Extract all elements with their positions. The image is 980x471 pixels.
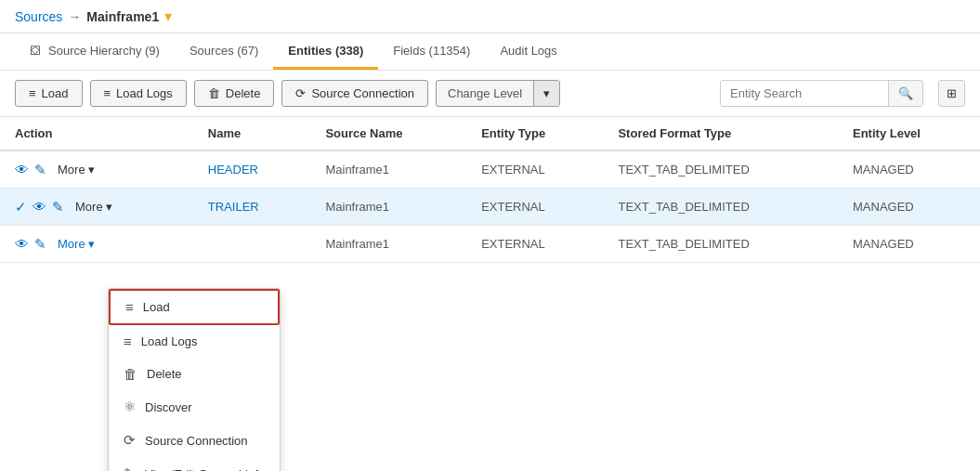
more-label-row2: More: [75, 200, 103, 214]
source-connection-button[interactable]: ⟳ Source Connection: [281, 80, 428, 107]
grid-icon: ⊞: [947, 86, 957, 100]
name-cell-3: [193, 226, 311, 263]
tab-audit-logs[interactable]: Audit Logs: [485, 34, 571, 70]
load-label: Load: [42, 86, 69, 100]
more-arrow-icon-row3: ▾: [88, 237, 95, 251]
load-icon: ≡: [29, 86, 36, 100]
view-icon-row1[interactable]: 👁: [15, 162, 29, 177]
entity-level-cell-2: MANAGED: [838, 189, 980, 226]
entity-type-cell-1: EXTERNAL: [466, 150, 603, 189]
table-row: 👁 ✎ More ▾ Mainframe1 EXTERNAL TEXT_TAB_…: [0, 226, 980, 263]
delete-icon: 🗑: [208, 86, 220, 100]
edit-icon-row2[interactable]: ✎: [52, 199, 64, 216]
tab-fields[interactable]: Fields (11354): [378, 34, 485, 70]
action-cell-1: 👁 ✎ More ▾: [0, 150, 193, 189]
tab-entities-label: Entities (338): [288, 44, 363, 58]
more-button-row3[interactable]: More ▾: [52, 235, 100, 253]
source-hierarchy-icon: ⛋: [30, 43, 43, 58]
load-button[interactable]: ≡ Load: [15, 80, 83, 107]
breadcrumb-dropdown-icon[interactable]: ▾: [164, 7, 172, 25]
breadcrumb: Sources → Mainframe1 ▾: [15, 7, 172, 25]
name-cell-2: TRAILER: [193, 189, 311, 226]
load-logs-icon: ≡: [104, 86, 111, 100]
breadcrumb-bar: Sources → Mainframe1 ▾: [0, 0, 980, 33]
source-connection-label: Source Connection: [311, 86, 414, 100]
change-level-arrow-icon[interactable]: ▾: [533, 81, 559, 106]
change-level-label: Change Level: [437, 81, 533, 106]
stored-format-cell-2: TEXT_TAB_DELIMITED: [603, 189, 838, 226]
tab-audit-logs-label: Audit Logs: [500, 44, 556, 58]
table-row: 👁 ✎ More ▾ HEADER Mainframe1 EXTERNAL TE…: [0, 150, 980, 189]
check-icon-row2: ✓: [15, 199, 27, 216]
entities-table: Action Name Source Name Entity Type Stor…: [0, 117, 980, 263]
change-level-dropdown[interactable]: Change Level ▾: [436, 80, 560, 107]
entity-name-row1[interactable]: HEADER: [208, 163, 258, 177]
grid-view-button[interactable]: ⊞: [938, 80, 965, 107]
stored-format-cell-1: TEXT_TAB_DELIMITED: [603, 150, 838, 189]
delete-button[interactable]: 🗑 Delete: [194, 80, 275, 107]
source-name-cell-2: Mainframe1: [310, 189, 466, 226]
more-label-row1: More: [58, 163, 85, 177]
col-source-name: Source Name: [310, 117, 466, 150]
table-header-row: Action Name Source Name Entity Type Stor…: [0, 117, 980, 150]
entity-level-cell-1: MANAGED: [838, 150, 980, 189]
view-icon-row2[interactable]: 👁: [33, 199, 46, 215]
view-icon-row3[interactable]: 👁: [15, 236, 29, 252]
more-label-row3: More: [58, 237, 85, 251]
action-cell-2: ✓ 👁 ✎ More ▾: [0, 189, 193, 226]
load-logs-button[interactable]: ≡ Load Logs: [90, 80, 187, 107]
breadcrumb-separator: →: [68, 9, 81, 24]
col-entity-type: Entity Type: [466, 117, 603, 150]
more-arrow-icon-row1: ▾: [88, 163, 95, 177]
entity-type-cell-2: EXTERNAL: [466, 189, 603, 226]
name-cell-1: HEADER: [193, 150, 311, 189]
tab-source-hierarchy-label: Source Hierarchy (9): [48, 44, 160, 58]
entity-search-box[interactable]: 🔍: [720, 80, 923, 107]
entities-table-container: Action Name Source Name Entity Type Stor…: [0, 117, 980, 263]
col-name: Name: [193, 117, 311, 150]
edit-icon-row1[interactable]: ✎: [34, 162, 46, 178]
more-arrow-icon-row2: ▾: [106, 200, 112, 214]
tab-sources[interactable]: Sources (67): [175, 34, 273, 70]
col-stored-format-type: Stored Format Type: [603, 117, 838, 150]
table-row: ✓ 👁 ✎ More ▾ TRAILER Mainframe1 EXTERNAL…: [0, 189, 980, 226]
entity-type-cell-3: EXTERNAL: [466, 226, 603, 263]
nav-tabs: ⛋ Source Hierarchy (9) Sources (67) Enti…: [0, 33, 980, 71]
delete-label: Delete: [226, 86, 261, 100]
tab-sources-label: Sources (67): [189, 44, 258, 58]
more-button-row1[interactable]: More ▾: [52, 161, 100, 178]
entity-name-row2[interactable]: TRAILER: [208, 200, 259, 214]
action-cell-3: 👁 ✎ More ▾: [0, 226, 193, 263]
col-entity-level: Entity Level: [838, 117, 980, 150]
stored-format-cell-3: TEXT_TAB_DELIMITED: [603, 226, 838, 263]
entity-level-cell-3: MANAGED: [838, 226, 980, 263]
edit-icon-row3[interactable]: ✎: [34, 236, 46, 253]
tab-source-hierarchy[interactable]: ⛋ Source Hierarchy (9): [15, 33, 175, 70]
tab-entities[interactable]: Entities (338): [273, 34, 378, 70]
source-connection-icon: ⟳: [295, 86, 306, 100]
load-logs-label: Load Logs: [116, 86, 173, 100]
breadcrumb-parent[interactable]: Sources: [15, 9, 62, 24]
col-action: Action: [0, 117, 193, 150]
entity-search-input[interactable]: [721, 81, 888, 106]
toolbar: ≡ Load ≡ Load Logs 🗑 Delete ⟳ Source Con…: [0, 71, 980, 117]
tab-fields-label: Fields (11354): [393, 44, 470, 58]
source-name-cell-3: Mainframe1: [310, 226, 466, 263]
breadcrumb-current: Mainframe1: [86, 9, 159, 24]
search-icon[interactable]: 🔍: [888, 81, 922, 106]
source-name-cell-1: Mainframe1: [310, 150, 466, 189]
more-button-row2[interactable]: More ▾: [70, 198, 118, 216]
